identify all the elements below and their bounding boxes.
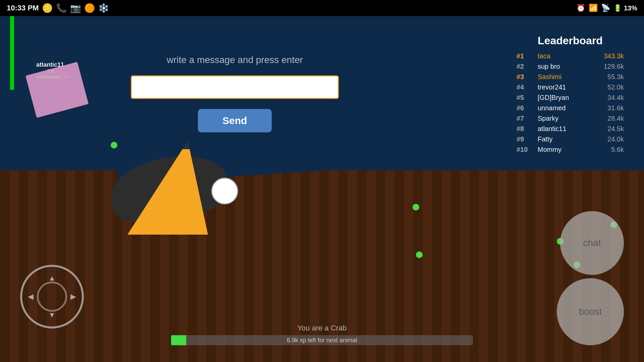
leaderboard-row: #7Sparky28.4k (517, 115, 624, 122)
chat-dialog: write a message and press enter Send (117, 41, 352, 149)
animal-label: You are a Crab (171, 324, 473, 333)
snowflake-icon: ❄️ (98, 3, 109, 13)
lb-name: Fatty (538, 135, 598, 143)
lb-rank: #5 (517, 94, 535, 102)
chat-input[interactable] (131, 75, 339, 99)
food-dot (413, 204, 419, 210)
leaderboard-panel: Leaderboard #1taca343.3k#2sup bro129.6k#… (517, 35, 624, 156)
chat-button[interactable]: chat (560, 211, 624, 275)
leaderboard-row: #9Fatty24.0k (517, 135, 624, 143)
game-background: atlantic11 25k write a message and press… (0, 16, 644, 362)
lb-rank: #6 (517, 104, 535, 112)
lb-score: 52.0k (600, 83, 624, 91)
wifi-icon: 📶 (589, 4, 598, 12)
lb-score: 129.6k (600, 63, 624, 70)
lb-name: unnamed (538, 104, 598, 112)
leaderboard-row: #6unnamed31.6k (517, 104, 624, 112)
lb-score: 5.6k (600, 146, 624, 154)
lb-score: 24.5k (600, 125, 624, 133)
phone-icon: 📞 (56, 3, 67, 13)
lb-rank: #7 (517, 115, 535, 122)
leaderboard-row: #8atlantic1124.5k (517, 125, 624, 133)
lb-score: 34.4k (600, 94, 624, 102)
circle-icon: 🟠 (84, 3, 95, 13)
lb-rank: #9 (517, 135, 535, 143)
lb-rank: #3 (517, 73, 535, 81)
creature-eye (211, 178, 238, 204)
camera-icon: 📷 (70, 3, 81, 13)
status-right: ⏰ 📶 📡 🔋 13% (576, 4, 637, 12)
joystick-right-arrow: ▶ (70, 292, 76, 301)
joystick-left-arrow: ◀ (28, 292, 34, 301)
creature-orange-body (127, 141, 208, 235)
lb-score: 28.4k (600, 115, 624, 122)
lb-rank: #4 (517, 83, 535, 91)
lb-rank: #1 (517, 52, 535, 60)
time-display: 10:33 PM (7, 4, 39, 12)
leaderboard-title: Leaderboard (517, 35, 624, 47)
lb-name: Mommy (538, 146, 598, 154)
lb-score: 55.3k (600, 73, 624, 81)
status-left: 10:33 PM 🪙 📞 📷 🟠 ❄️ (7, 3, 109, 13)
coin-icon: 🪙 (42, 3, 53, 13)
food-dot (111, 142, 117, 148)
send-button[interactable]: Send (198, 109, 272, 132)
battery-display: 🔋 13% (613, 4, 637, 12)
joystick-up-arrow: ▲ (48, 274, 56, 283)
hud-bottom: You are a Crab 6.9k xp left for next ani… (171, 324, 473, 345)
chat-prompt: write a message and press enter (131, 55, 339, 65)
leaderboard-row: #3Sashimi55.3k (517, 73, 624, 81)
lb-rank: #2 (517, 63, 535, 70)
xp-label: 6.9k xp left for next animal (171, 337, 473, 344)
lb-name: Sparky (538, 115, 598, 122)
lb-name: sup bro (538, 63, 598, 70)
status-bar: 10:33 PM 🪙 📞 📷 🟠 ❄️ ⏰ 📶 📡 🔋 13% (0, 0, 644, 16)
lb-rank: #10 (517, 146, 535, 154)
signal-icon: 📡 (601, 4, 610, 12)
leaderboard-row: #5[GD]Bryan34.4k (517, 94, 624, 102)
lb-name: Sashimi (538, 73, 598, 81)
lb-score: 343.3k (600, 52, 624, 60)
lb-score: 24.0k (600, 135, 624, 143)
leaderboard-rows: #1taca343.3k#2sup bro129.6k#3Sashimi55.3… (517, 52, 624, 154)
lb-name: taca (538, 52, 598, 60)
boost-button[interactable]: boost (557, 278, 624, 345)
joystick-down-arrow: ▼ (48, 311, 56, 319)
leaderboard-row: #2sup bro129.6k (517, 63, 624, 70)
lb-score: 31.6k (600, 104, 624, 112)
leaderboard-row: #1taca343.3k (517, 52, 624, 60)
xp-bar-container: 6.9k xp left for next animal (171, 335, 473, 345)
lb-rank: #8 (517, 125, 535, 133)
joystick-control[interactable]: ▲ ▼ ◀ ▶ (20, 265, 84, 328)
food-dot (416, 251, 423, 258)
joystick-inner: ▲ ▼ ◀ ▶ (37, 282, 67, 312)
lb-name: trevor241 (538, 83, 598, 91)
leaderboard-row: #10Mommy5.6k (517, 146, 624, 154)
lb-name: [GD]Bryan (538, 94, 598, 102)
alarm-icon: ⏰ (576, 4, 585, 12)
green-bar (10, 16, 14, 90)
leaderboard-row: #4trevor24152.0k (517, 83, 624, 91)
lb-name: atlantic11 (538, 125, 598, 133)
